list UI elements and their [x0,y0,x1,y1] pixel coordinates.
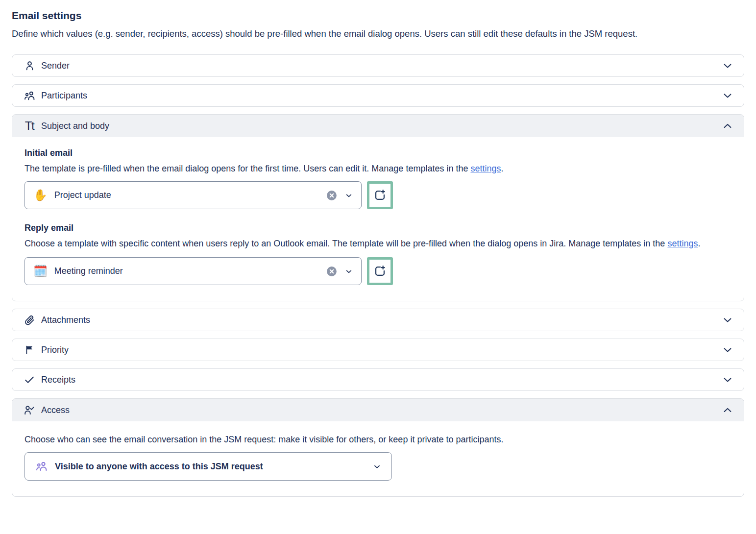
chevron-down-icon [722,344,733,355]
reply-email-select-row: 🗓️ Meeting reminder [24,257,732,285]
accordion-attachments-label: Attachments [41,315,90,325]
chevron-down-icon [722,60,733,71]
accordion-access-label: Access [41,405,70,415]
person-icon [23,59,36,72]
accordion-priority-label: Priority [41,345,69,355]
chevron-down-icon [722,90,733,101]
settings-link[interactable]: settings [470,164,501,173]
chevron-down-icon [345,192,353,199]
reply-email-heading: Reply email [24,223,732,233]
accordion-subject-body-label: Subject and body [41,121,109,131]
accordion-access-header[interactable]: Access [12,399,744,421]
initial-email-template-select[interactable]: ✋ Project update [24,181,362,209]
reply-email-template-value: Meeting reminder [54,266,326,276]
accordion-attachments[interactable]: Attachments [12,309,744,331]
create-template-button[interactable] [367,257,393,285]
chevron-down-icon [722,315,733,325]
page-description: Define which values (e.g. sender, recipi… [12,26,744,41]
accordion-access-section: Access Choose who can see the email conv… [12,398,744,497]
text-style-icon: Tt [23,120,36,132]
person-check-icon [23,404,36,416]
flag-icon [23,343,36,356]
checkmark-icon [23,373,36,386]
access-visibility-select[interactable]: Visible to anyone with access to this JS… [24,452,392,481]
accordion-receipts[interactable]: Receipts [12,368,744,391]
accordion-subject-body-header[interactable]: Tt Subject and body [12,115,744,137]
create-template-button[interactable] [367,181,393,209]
initial-email-template-value: Project update [54,190,326,200]
access-description: Choose who can see the email conversatio… [24,432,720,447]
paperclip-icon [23,314,36,326]
initial-email-description: The template is pre-filled when the emai… [24,161,720,176]
clear-selection-icon[interactable] [326,266,337,277]
accordion-participants[interactable]: Participants [12,84,744,107]
chevron-down-icon [722,374,733,385]
initial-email-heading: Initial email [24,148,732,158]
accordion-sender[interactable]: Sender [12,54,744,77]
email-settings-page: Email settings Define which values (e.g.… [0,0,756,508]
chevron-down-icon [373,462,381,471]
clear-selection-icon[interactable] [326,190,337,201]
reply-email-template-select[interactable]: 🗓️ Meeting reminder [24,257,362,285]
accordion-participants-label: Participants [41,91,87,101]
accordion-receipts-label: Receipts [41,375,75,385]
calendar-emoji-icon: 🗓️ [33,266,48,277]
access-content: Choose who can see the email conversatio… [12,421,744,496]
subject-body-content: Initial email The template is pre-filled… [12,137,744,301]
initial-email-select-row: ✋ Project update [24,181,732,209]
access-visibility-value: Visible to anyone with access to this JS… [55,461,373,472]
chevron-down-icon [345,267,353,275]
reply-email-description: Choose a template with specific content … [24,236,720,251]
accordion-priority[interactable]: Priority [12,339,744,361]
people-icon [23,89,36,102]
chevron-up-icon [722,405,733,415]
people-icon [35,460,48,473]
accordion-sender-label: Sender [41,61,70,71]
page-title: Email settings [12,10,744,22]
chevron-up-icon [722,121,733,131]
accordion-subject-body-section: Tt Subject and body Initial email The te… [12,114,744,301]
settings-link[interactable]: settings [667,239,698,248]
hand-emoji-icon: ✋ [33,190,48,201]
